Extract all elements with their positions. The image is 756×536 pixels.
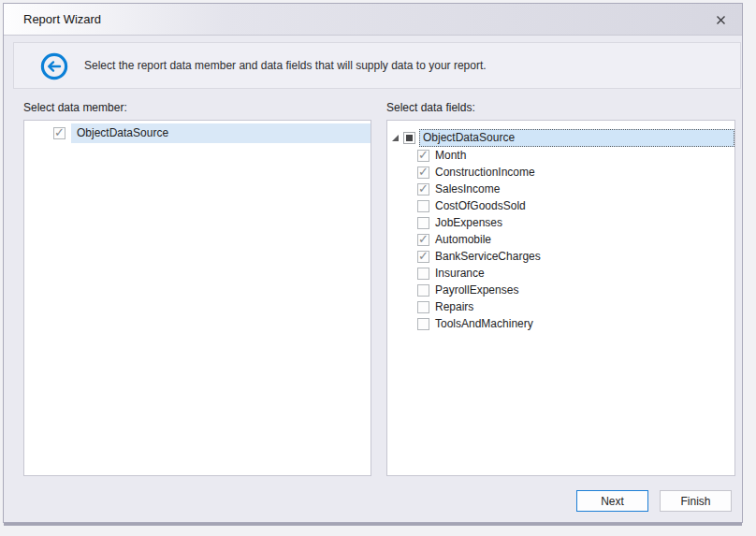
tree-field-label[interactable]: Repairs	[435, 298, 473, 315]
tree-field-row[interactable]: CostOfGoodsSold	[387, 197, 734, 214]
data-member-item-label[interactable]: ObjectDataSource	[71, 123, 371, 143]
checkbox-unchecked-icon[interactable]	[417, 301, 429, 313]
tree-field-label[interactable]: Automobile	[435, 231, 491, 248]
titlebar: Report Wizard	[4, 4, 742, 36]
tree-field-label[interactable]: Insurance	[435, 265, 485, 282]
checkbox-unchecked-icon[interactable]	[417, 284, 429, 297]
window-title: Report Wizard	[23, 4, 101, 36]
checkbox-unchecked-icon[interactable]	[417, 200, 429, 212]
tree-field-label[interactable]: SalesIncome	[435, 181, 500, 197]
tree-field-row[interactable]: ConstructionIncome	[387, 164, 734, 181]
tree-field-label[interactable]: JobExpenses	[435, 214, 502, 231]
tree-field-row[interactable]: SalesIncome	[387, 181, 734, 197]
tree-field-label[interactable]: CostOfGoodsSold	[435, 197, 526, 214]
back-button[interactable]	[40, 52, 68, 80]
header-band: Select the report data member and data f…	[13, 42, 741, 89]
tree-root-label[interactable]: ObjectDataSource	[419, 129, 734, 147]
tree-field-row[interactable]: Automobile	[387, 231, 734, 248]
tree-field-row[interactable]: ToolsAndMachinery	[387, 315, 734, 332]
expander-icon[interactable]	[391, 134, 400, 142]
checkbox-checked-icon[interactable]	[417, 150, 429, 162]
data-member-row[interactable]: ObjectDataSource	[24, 123, 371, 143]
back-arrow-icon	[40, 52, 68, 80]
indeterminate-square	[406, 135, 413, 141]
tree-field-row[interactable]: BankServiceCharges	[387, 248, 734, 265]
checkbox-checked-icon[interactable]	[417, 183, 429, 196]
tree-field-label[interactable]: ConstructionIncome	[435, 164, 535, 181]
tree-field-row[interactable]: PayrollExpenses	[387, 282, 734, 298]
finish-button[interactable]: Finish	[660, 490, 732, 512]
tree-field-row[interactable]: Month	[387, 147, 734, 164]
data-member-label: Select data member:	[23, 101, 127, 114]
checkbox-checked-icon[interactable]	[417, 167, 429, 179]
tree-field-label[interactable]: PayrollExpenses	[435, 282, 518, 298]
checkbox-checked-icon[interactable]	[53, 127, 65, 139]
close-button[interactable]	[710, 4, 731, 36]
data-member-listbox[interactable]: ObjectDataSource	[23, 120, 371, 476]
close-icon	[716, 15, 726, 25]
wizard-description: Select the report data member and data f…	[84, 43, 487, 88]
data-fields-label: Select data fields:	[386, 101, 475, 114]
data-fields-listbox[interactable]: ObjectDataSourceMonthConstructionIncomeS…	[386, 120, 735, 476]
report-wizard-dialog: Report Wizard Select the report data mem…	[3, 3, 743, 523]
checkbox-unchecked-icon[interactable]	[417, 268, 429, 280]
checkbox-unchecked-icon[interactable]	[417, 318, 429, 330]
checkbox-checked-icon[interactable]	[417, 234, 429, 246]
checkbox-indeterminate-icon[interactable]	[403, 132, 415, 144]
checkbox-unchecked-icon[interactable]	[417, 217, 429, 229]
tree-field-label[interactable]: BankServiceCharges	[435, 248, 541, 265]
next-button[interactable]: Next	[576, 490, 648, 512]
tree-field-row[interactable]: JobExpenses	[387, 214, 734, 231]
tree-field-row[interactable]: Repairs	[387, 298, 734, 315]
checkbox-checked-icon[interactable]	[417, 251, 429, 263]
tree-field-row[interactable]: Insurance	[387, 265, 734, 282]
tree-field-label[interactable]: ToolsAndMachinery	[435, 315, 533, 332]
tree-field-label[interactable]: Month	[435, 147, 466, 164]
data-fields-tree: ObjectDataSourceMonthConstructionIncomeS…	[387, 121, 734, 332]
tree-root-node[interactable]: ObjectDataSource	[387, 129, 734, 147]
